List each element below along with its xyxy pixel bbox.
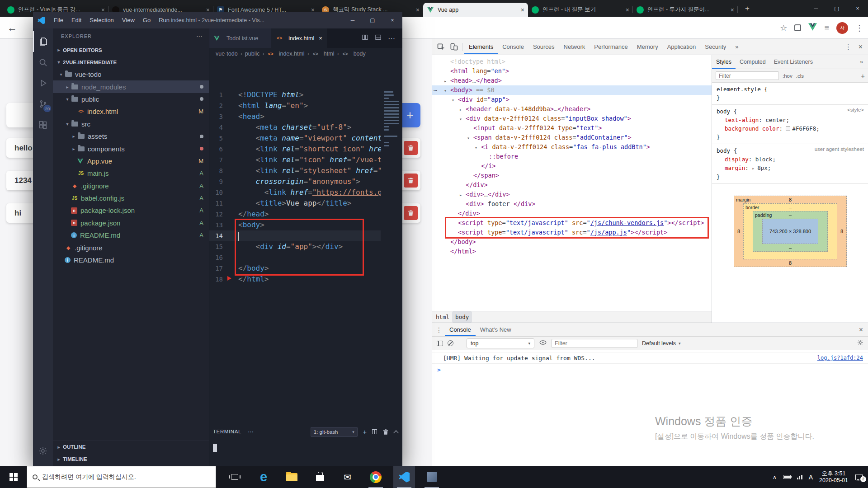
code-line[interactable]: 3<head> bbox=[209, 111, 381, 122]
breadcrumb-item[interactable]: <>html bbox=[312, 51, 335, 57]
chrome-icon[interactable] bbox=[365, 466, 387, 488]
open-editors-section[interactable]: ▸ OPEN EDITORS bbox=[53, 44, 209, 56]
margin-left-value[interactable]: 8 bbox=[734, 203, 743, 259]
padding-bottom-value[interactable]: ‒ bbox=[753, 244, 827, 251]
console-source-link[interactable]: log.js?1afd:24 bbox=[817, 355, 863, 361]
vscode-taskbar-icon[interactable] bbox=[393, 466, 415, 488]
battery-icon[interactable] bbox=[783, 475, 791, 479]
chevron-right-icon[interactable]: ▸ bbox=[70, 134, 77, 139]
edge-icon[interactable]: e bbox=[253, 466, 274, 488]
file-tree-item[interactable]: ◆.gitignore bbox=[53, 241, 209, 253]
close-tab-icon[interactable]: × bbox=[319, 35, 322, 42]
breadcrumb-item[interactable]: <>index.html bbox=[267, 51, 305, 57]
file-tree-item[interactable]: ▸components bbox=[53, 142, 209, 155]
code-line[interactable]: 8 <link rel="stylesheet" href=" bbox=[209, 165, 381, 176]
run-debug-icon[interactable] bbox=[33, 73, 53, 94]
file-tree-item[interactable]: npackage.jsonA bbox=[53, 217, 209, 229]
dom-node-row[interactable]: ▾<span data-v-2fff0124 class="addContain… bbox=[432, 133, 712, 142]
start-button[interactable] bbox=[0, 466, 27, 488]
inspect-element-icon[interactable] bbox=[435, 42, 448, 52]
search-icon[interactable] bbox=[33, 52, 53, 73]
styles-tab-styles[interactable]: Styles bbox=[712, 56, 736, 69]
timeline-section[interactable]: ▸ TIMELINE bbox=[53, 453, 209, 465]
tab-close-icon[interactable]: × bbox=[521, 6, 524, 14]
terminal-body[interactable] bbox=[209, 439, 402, 466]
extension-icon[interactable] bbox=[794, 24, 801, 31]
devtools-tab-memory[interactable]: Memory bbox=[632, 39, 663, 54]
chevron-down-icon[interactable]: ▾ bbox=[57, 72, 65, 77]
padding-left-value[interactable]: ‒ bbox=[753, 219, 762, 244]
new-terminal-icon[interactable]: + bbox=[363, 428, 367, 436]
store-icon[interactable] bbox=[309, 466, 331, 488]
bookmark-star-icon[interactable]: ☆ bbox=[780, 23, 787, 33]
file-tree-item[interactable]: ▾public bbox=[53, 93, 209, 105]
extensions-icon[interactable] bbox=[33, 114, 53, 135]
file-tree-item[interactable]: iREADME.mdA bbox=[53, 229, 209, 241]
code-editor[interactable]: 1<!DOCTYPE html>2<html lang="en">3<head>… bbox=[209, 60, 402, 424]
chevron-right-icon[interactable]: ▸ bbox=[64, 84, 71, 89]
devtools-tab-network[interactable]: Network bbox=[559, 39, 590, 54]
console-tab[interactable]: Console bbox=[445, 323, 476, 336]
code-line[interactable]: 11 <title>Vue app</title> bbox=[209, 198, 381, 209]
border-left-value[interactable]: ‒ bbox=[744, 211, 753, 252]
css-property[interactable]: display: block; bbox=[717, 155, 866, 164]
tab-close-icon[interactable]: × bbox=[416, 6, 420, 14]
border-bottom-value[interactable]: ‒ bbox=[744, 252, 837, 259]
file-tree-item[interactable]: npackage-lock.jsonA bbox=[53, 204, 209, 216]
dom-node-row[interactable]: </body> bbox=[432, 237, 712, 247]
ime-indicator[interactable]: A bbox=[809, 474, 813, 481]
styles-tab-computed[interactable]: Computed bbox=[736, 56, 770, 69]
dom-node-row[interactable]: <!doctype html> bbox=[432, 57, 712, 66]
window-close-button[interactable]: × bbox=[847, 0, 868, 17]
menu-item[interactable]: Edit bbox=[67, 12, 85, 28]
vue-devtools-icon[interactable] bbox=[808, 23, 817, 33]
css-property[interactable]: text-align: center; bbox=[717, 116, 866, 124]
reading-list-icon[interactable]: ≡ bbox=[824, 23, 829, 33]
chevron-down-icon[interactable]: ▾ bbox=[467, 133, 473, 143]
devtools-tab-application[interactable]: Application bbox=[663, 39, 701, 54]
dom-node-row[interactable]: </div> bbox=[432, 180, 712, 190]
terminal-tab[interactable]: TERMINAL bbox=[213, 425, 241, 439]
dom-node-row[interactable]: <html lang="en"> bbox=[432, 66, 712, 76]
split-editor-icon[interactable] bbox=[362, 34, 368, 42]
css-rule-origin[interactable]: <style> bbox=[847, 107, 866, 113]
code-line[interactable]: 6 <link rel="shortcut icon" hre bbox=[209, 144, 381, 155]
browser-tab[interactable]: Vue app× bbox=[423, 3, 528, 17]
devtools-tab-sources[interactable]: Sources bbox=[528, 39, 559, 54]
chevron-down-icon[interactable]: ▾ bbox=[444, 86, 450, 95]
mail-icon[interactable]: ✉ bbox=[337, 466, 359, 488]
file-tree-item[interactable]: ▸node_modules bbox=[53, 80, 209, 93]
css-selector[interactable]: body bbox=[717, 108, 730, 115]
box-model-padding[interactable]: padding ‒ ‒ 743.200 × 328.800 ‒ ‒ bbox=[753, 211, 828, 252]
editor-tab[interactable]: <>index.html× bbox=[271, 28, 327, 48]
console-settings-icon[interactable] bbox=[857, 339, 864, 348]
file-explorer-icon[interactable] bbox=[281, 466, 302, 488]
delete-todo-button[interactable] bbox=[404, 174, 418, 188]
profile-avatar[interactable]: 사 bbox=[836, 22, 848, 34]
devtools-tab-performance[interactable]: Performance bbox=[590, 39, 632, 54]
tab-close-icon[interactable]: × bbox=[626, 6, 629, 14]
new-tab-button[interactable]: + bbox=[741, 3, 753, 14]
add-todo-button[interactable]: + bbox=[400, 103, 420, 127]
dom-node-row[interactable]: </i> bbox=[432, 161, 712, 171]
delete-todo-button[interactable] bbox=[404, 206, 418, 220]
kill-terminal-icon[interactable] bbox=[382, 429, 389, 435]
file-tree-item[interactable]: App.vueM bbox=[53, 155, 209, 167]
devtools-tab-security[interactable]: Security bbox=[700, 39, 731, 54]
panel-maximize-icon[interactable] bbox=[394, 429, 398, 435]
console-menu-icon[interactable]: ⋮ bbox=[436, 326, 442, 333]
menu-item[interactable]: View bbox=[118, 12, 139, 28]
source-control-icon[interactable]: 20 bbox=[33, 94, 53, 114]
dom-node-row[interactable]: </html> bbox=[432, 247, 712, 256]
code-line[interactable]: 7 <link rel="icon" href="/vue-t bbox=[209, 155, 381, 165]
dom-node-row[interactable]: ▾<div id="app"> bbox=[432, 95, 712, 104]
browser-tab[interactable]: 인프런 - 두가지 질문이...× bbox=[633, 3, 738, 17]
device-toolbar-icon[interactable] bbox=[448, 42, 460, 52]
css-rule-origin[interactable]: user agent stylesheet bbox=[815, 146, 866, 152]
code-line[interactable]: 12</head> bbox=[209, 209, 381, 220]
dom-node-menu-icon[interactable]: ⋯ bbox=[434, 85, 437, 95]
dom-node-row[interactable]: <div> footer </div> bbox=[432, 199, 712, 209]
workspace-root-section[interactable]: ▾ 2VUE-INTERMEDIATE bbox=[53, 56, 209, 68]
settings-gear-icon[interactable] bbox=[33, 441, 53, 461]
console-sidebar-icon[interactable] bbox=[437, 341, 443, 346]
